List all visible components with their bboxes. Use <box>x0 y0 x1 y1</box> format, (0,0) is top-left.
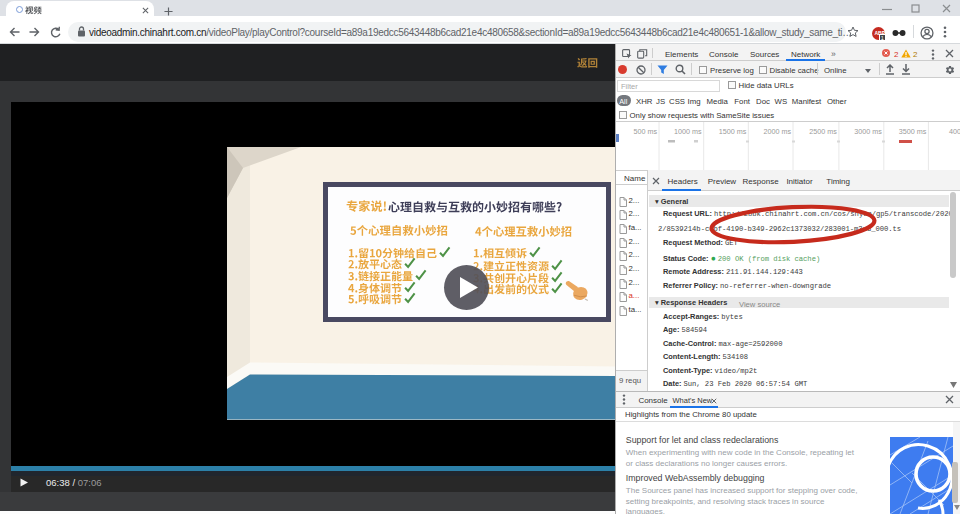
svg-text:500 ms: 500 ms <box>633 127 657 136</box>
svg-text:1000 ms: 1000 ms <box>674 127 702 136</box>
svg-text:1500 ms: 1500 ms <box>719 127 747 136</box>
svg-text:3500 ms: 3500 ms <box>899 127 927 136</box>
svg-text:2500 ms: 2500 ms <box>809 127 837 136</box>
svg-text:3000 ms: 3000 ms <box>854 127 882 136</box>
svg-text:2000 ms: 2000 ms <box>763 127 791 136</box>
svg-text:4000: 4000 <box>949 127 960 136</box>
